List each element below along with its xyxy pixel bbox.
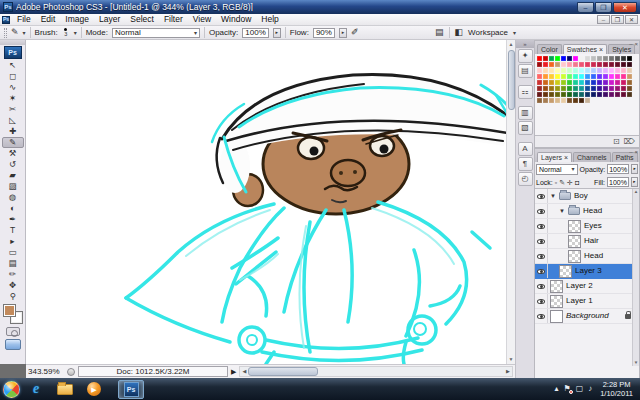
color-swatch[interactable] [549,56,554,61]
collapse-triangle[interactable]: ▼ [559,208,565,214]
layer-row-layer-3[interactable]: Layer 3 [535,264,639,279]
lock-position-icon[interactable]: ✛ [567,179,573,186]
notes-tool[interactable]: ▤ [2,258,24,269]
color-swatch[interactable] [627,62,632,67]
clone-source-panel-icon[interactable]: ⚏ [518,85,533,99]
magic-wand-tool[interactable]: ✶ [2,93,24,104]
maximize-button[interactable]: ❐ [595,2,612,13]
scroll-down-icon[interactable]: ▼ [634,361,638,366]
menu-filter[interactable]: Filter [159,15,188,24]
layer-row-background[interactable]: Background [535,309,639,324]
color-swatch[interactable] [561,62,566,67]
layer-visibility-toggle[interactable] [535,249,548,263]
rectangular-marquee-tool[interactable]: ◻ [2,71,24,82]
color-swatch[interactable] [621,62,626,67]
color-swatch-control[interactable] [3,304,23,324]
color-swatch[interactable] [555,68,560,73]
healing-brush-tool[interactable]: ✚ [2,126,24,137]
airbrush-icon[interactable]: ✐ [351,28,359,37]
taskbar-photoshop[interactable]: Ps [118,380,144,399]
opacity-spinner[interactable]: ▸ [273,28,281,38]
color-swatch[interactable] [537,80,542,85]
toolbox-grip[interactable] [0,40,25,45]
layer-visibility-toggle[interactable] [535,294,548,308]
color-swatch[interactable] [621,68,626,73]
color-swatch[interactable] [585,92,590,97]
screen-mode-button[interactable] [5,339,21,350]
layers-scrollbar[interactable]: ▲ ▼ [632,189,639,366]
flow-field[interactable]: 90% [313,28,335,38]
color-swatch[interactable] [597,92,602,97]
workspace-button[interactable]: Workspace [468,29,508,37]
scroll-down-icon[interactable]: ▼ [509,355,514,364]
brush-preset-icon[interactable]: ✎ [11,28,19,37]
dodge-tool[interactable]: ◐ [2,203,24,214]
opacity-field[interactable]: 100% [242,28,268,38]
color-swatch[interactable] [597,62,602,67]
menu-image[interactable]: Image [60,15,94,24]
color-swatch[interactable] [561,92,566,97]
tab-channels[interactable]: Channels [573,152,611,162]
minimize-button[interactable]: – [577,2,594,13]
color-swatch[interactable] [573,86,578,91]
color-swatch[interactable] [549,80,554,85]
color-swatch[interactable] [603,86,608,91]
layer-row-boy[interactable]: ▼Boy [535,189,639,204]
gradient-tool[interactable]: ▨ [2,181,24,192]
pen-tool[interactable]: ✒ [2,214,24,225]
status-menu-icon[interactable] [67,368,75,376]
layer-row-head[interactable]: ▼Head [535,204,639,219]
new-swatch-icon[interactable]: ⊡ [613,138,620,146]
lock-all-icon[interactable]: ◘ [575,179,579,186]
taskbar-media-player[interactable]: ▶ [81,380,107,399]
color-swatch[interactable] [603,68,608,73]
layer-row-eyes[interactable]: Eyes [535,219,639,234]
color-swatch[interactable] [561,86,566,91]
color-swatch[interactable] [603,62,608,67]
color-swatch[interactable] [627,92,632,97]
color-swatch[interactable] [585,68,590,73]
brush-picker-dropdown-icon[interactable]: ▾ [74,30,77,36]
zoom-level[interactable]: 343.59% [28,368,64,376]
color-swatch[interactable] [537,62,542,67]
color-swatch[interactable] [549,62,554,67]
flow-spinner[interactable]: ▸ [339,28,347,38]
color-swatch[interactable] [537,86,542,91]
color-swatch[interactable] [621,80,626,85]
document-restore-button[interactable]: ❐ [611,15,624,24]
character-panel-icon[interactable]: A [518,142,533,156]
color-swatch[interactable] [567,74,572,79]
taskbar-file-explorer[interactable] [52,380,78,399]
document-close-button[interactable]: ✕ [625,15,638,24]
color-swatch[interactable] [603,56,608,61]
color-swatch[interactable] [567,86,572,91]
type-tool[interactable]: T [2,225,24,236]
slice-tool[interactable]: ◺ [2,115,24,126]
vertical-scroll-thumb[interactable] [508,50,515,110]
eraser-tool[interactable]: ▰ [2,170,24,181]
lock-paint-icon[interactable]: ✎ [559,179,565,186]
color-swatch[interactable] [597,56,602,61]
collapse-dock-button[interactable]: » [516,40,534,48]
color-swatch[interactable] [591,62,596,67]
color-swatch[interactable] [597,80,602,85]
tool-presets-panel-icon[interactable]: ▤ [518,64,533,78]
color-swatch[interactable] [573,98,578,103]
color-swatch[interactable] [603,74,608,79]
canvas[interactable] [26,40,506,364]
color-swatch[interactable] [567,56,572,61]
hand-tool[interactable]: ✥ [2,280,24,291]
layers-fill-field[interactable]: 100% [607,177,629,187]
color-swatch[interactable] [543,80,548,85]
layer-visibility-toggle[interactable] [535,234,548,248]
color-swatch[interactable] [549,92,554,97]
color-swatch[interactable] [609,74,614,79]
color-swatch[interactable] [621,92,626,97]
color-swatch[interactable] [555,80,560,85]
color-swatch[interactable] [561,98,566,103]
tab-color[interactable]: Color [537,44,562,54]
color-swatch[interactable] [579,80,584,85]
color-swatch[interactable] [609,80,614,85]
color-swatch[interactable] [573,74,578,79]
color-swatch[interactable] [615,80,620,85]
